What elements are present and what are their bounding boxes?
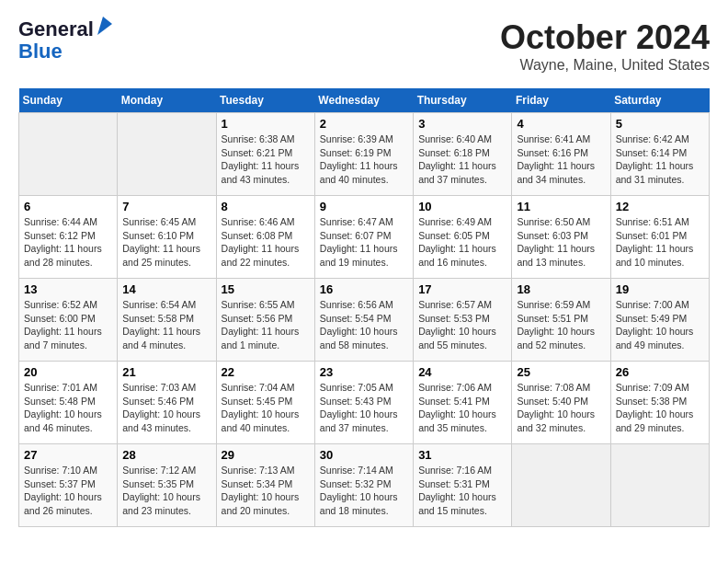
table-row: 10Sunrise: 6:49 AMSunset: 6:05 PMDayligh…	[414, 196, 512, 279]
day-number: 8	[222, 200, 310, 213]
sunrise-label: Sunrise: 6:59 AM	[517, 299, 590, 310]
cell-content: Sunrise: 7:00 AMSunset: 5:49 PMDaylight:…	[616, 298, 704, 352]
sunrise-label: Sunrise: 6:42 AM	[616, 133, 689, 144]
table-row: 15Sunrise: 6:55 AMSunset: 5:56 PMDayligh…	[216, 279, 314, 362]
day-number: 19	[616, 282, 704, 296]
cell-content: Sunrise: 6:55 AMSunset: 5:56 PMDaylight:…	[222, 298, 310, 352]
sunset-label: Sunset: 5:32 PM	[320, 478, 392, 489]
sunset-label: Sunset: 5:58 PM	[122, 313, 194, 324]
sunrise-label: Sunrise: 7:06 AM	[418, 382, 492, 393]
table-row: 17Sunrise: 6:57 AMSunset: 5:53 PMDayligh…	[414, 279, 512, 362]
table-row: 7Sunrise: 6:45 AMSunset: 6:10 PMDaylight…	[118, 196, 216, 279]
daylight-label: Daylight: 11 hours and 4 minutes.	[122, 326, 200, 350]
table-row: 3Sunrise: 6:40 AMSunset: 6:18 PMDaylight…	[414, 113, 512, 196]
daylight-label: Daylight: 10 hours and 29 minutes.	[616, 408, 694, 433]
daylight-label: Daylight: 11 hours and 19 minutes.	[320, 243, 398, 268]
daylight-label: Daylight: 10 hours and 43 minutes.	[122, 408, 200, 433]
sunrise-label: Sunrise: 6:57 AM	[418, 299, 492, 310]
weekday-header-monday: Monday	[118, 88, 216, 113]
sunrise-label: Sunrise: 7:09 AM	[616, 382, 689, 393]
cell-content: Sunrise: 7:08 AMSunset: 5:40 PMDaylight:…	[517, 381, 605, 435]
daylight-label: Daylight: 10 hours and 26 minutes.	[24, 491, 102, 516]
sunrise-label: Sunrise: 7:13 AM	[222, 465, 295, 476]
svg-marker-0	[97, 17, 112, 35]
sunrise-label: Sunrise: 6:56 AM	[320, 299, 393, 310]
sunrise-label: Sunrise: 6:38 AM	[222, 133, 295, 144]
daylight-label: Daylight: 10 hours and 52 minutes.	[517, 326, 595, 350]
day-number: 28	[122, 448, 210, 462]
table-row: 13Sunrise: 6:52 AMSunset: 6:00 PMDayligh…	[19, 279, 118, 362]
day-number: 22	[222, 365, 310, 379]
day-number: 20	[24, 365, 112, 379]
daylight-label: Daylight: 11 hours and 31 minutes.	[616, 160, 694, 185]
daylight-label: Daylight: 11 hours and 1 minute.	[222, 326, 300, 350]
daylight-label: Daylight: 10 hours and 15 minutes.	[418, 491, 496, 516]
sunrise-label: Sunrise: 7:04 AM	[222, 382, 295, 393]
cell-content: Sunrise: 6:57 AMSunset: 5:53 PMDaylight:…	[418, 298, 506, 352]
weekday-header-friday: Friday	[512, 88, 610, 113]
sunrise-label: Sunrise: 7:03 AM	[122, 382, 196, 393]
sunset-label: Sunset: 5:48 PM	[24, 396, 96, 407]
daylight-label: Daylight: 11 hours and 34 minutes.	[517, 160, 595, 185]
table-row: 4Sunrise: 6:41 AMSunset: 6:16 PMDaylight…	[512, 113, 610, 196]
sunrise-label: Sunrise: 7:16 AM	[418, 465, 492, 476]
day-number: 18	[517, 282, 605, 296]
cell-content: Sunrise: 7:16 AMSunset: 5:31 PMDaylight:…	[418, 464, 506, 518]
table-row: 1Sunrise: 6:38 AMSunset: 6:21 PMDaylight…	[216, 113, 314, 196]
logo-blue-text: Blue	[18, 40, 63, 63]
day-number: 11	[517, 200, 605, 213]
sunrise-label: Sunrise: 6:49 AM	[418, 216, 492, 227]
table-row	[118, 113, 216, 196]
table-row	[610, 444, 709, 527]
sunrise-label: Sunrise: 6:40 AM	[418, 133, 492, 144]
day-number: 27	[24, 448, 112, 462]
day-number: 12	[616, 200, 704, 213]
daylight-label: Daylight: 11 hours and 40 minutes.	[320, 160, 398, 185]
table-row: 29Sunrise: 7:13 AMSunset: 5:34 PMDayligh…	[216, 444, 314, 527]
cell-content: Sunrise: 6:59 AMSunset: 5:51 PMDaylight:…	[517, 298, 605, 352]
table-row: 5Sunrise: 6:42 AMSunset: 6:14 PMDaylight…	[610, 113, 709, 196]
day-number: 26	[616, 365, 704, 379]
day-number: 24	[418, 365, 506, 379]
calendar-week-2: 6Sunrise: 6:44 AMSunset: 6:12 PMDaylight…	[19, 196, 710, 279]
cell-content: Sunrise: 6:42 AMSunset: 6:14 PMDaylight:…	[616, 132, 704, 187]
sunrise-label: Sunrise: 7:12 AM	[122, 465, 196, 476]
cell-content: Sunrise: 6:39 AMSunset: 6:19 PMDaylight:…	[320, 132, 408, 187]
cell-content: Sunrise: 6:49 AMSunset: 6:05 PMDaylight:…	[418, 215, 506, 270]
sunset-label: Sunset: 5:49 PM	[616, 313, 688, 324]
sunrise-label: Sunrise: 6:41 AM	[517, 133, 590, 144]
cell-content: Sunrise: 7:10 AMSunset: 5:37 PMDaylight:…	[24, 464, 112, 518]
cell-content: Sunrise: 7:13 AMSunset: 5:34 PMDaylight:…	[222, 464, 310, 518]
page-subtitle: Wayne, Maine, United States	[500, 57, 710, 74]
page-title: October 2024	[500, 18, 710, 57]
calendar-body: 1Sunrise: 6:38 AMSunset: 6:21 PMDaylight…	[19, 113, 710, 527]
sunset-label: Sunset: 6:14 PM	[616, 147, 688, 158]
sunrise-label: Sunrise: 6:47 AM	[320, 216, 393, 227]
sunrise-label: Sunrise: 6:45 AM	[122, 216, 196, 227]
sunset-label: Sunset: 5:41 PM	[418, 396, 490, 407]
cell-content: Sunrise: 6:41 AMSunset: 6:16 PMDaylight:…	[517, 132, 605, 187]
day-number: 15	[222, 282, 310, 296]
sunrise-label: Sunrise: 7:00 AM	[616, 299, 689, 310]
sunrise-label: Sunrise: 6:54 AM	[122, 299, 196, 310]
sunrise-label: Sunrise: 7:05 AM	[320, 382, 393, 393]
sunrise-label: Sunrise: 6:55 AM	[222, 299, 295, 310]
sunset-label: Sunset: 5:53 PM	[418, 313, 490, 324]
calendar-week-4: 20Sunrise: 7:01 AMSunset: 5:48 PMDayligh…	[19, 362, 710, 444]
daylight-label: Daylight: 11 hours and 28 minutes.	[24, 243, 102, 268]
weekday-header-tuesday: Tuesday	[216, 88, 314, 113]
weekday-header-thursday: Thursday	[414, 88, 512, 113]
sunset-label: Sunset: 6:18 PM	[418, 147, 490, 158]
cell-content: Sunrise: 6:38 AMSunset: 6:21 PMDaylight:…	[222, 132, 310, 187]
cell-content: Sunrise: 7:04 AMSunset: 5:45 PMDaylight:…	[222, 381, 310, 435]
calendar-week-3: 13Sunrise: 6:52 AMSunset: 6:00 PMDayligh…	[19, 279, 710, 362]
sunset-label: Sunset: 6:07 PM	[320, 230, 392, 241]
table-row: 8Sunrise: 6:46 AMSunset: 6:08 PMDaylight…	[216, 196, 314, 279]
logo-arrow-icon	[96, 17, 112, 39]
sunrise-label: Sunrise: 7:08 AM	[517, 382, 590, 393]
sunrise-label: Sunrise: 6:50 AM	[517, 216, 590, 227]
cell-content: Sunrise: 7:03 AMSunset: 5:46 PMDaylight:…	[122, 381, 210, 435]
daylight-label: Daylight: 10 hours and 58 minutes.	[320, 326, 398, 350]
sunset-label: Sunset: 5:51 PM	[517, 313, 588, 324]
day-number: 17	[418, 282, 506, 296]
